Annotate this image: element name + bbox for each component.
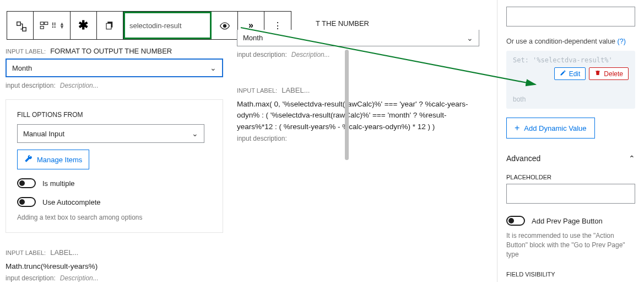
advanced-label: Advanced — [506, 154, 540, 163]
col2-label-fragment: T THE NUMBER — [316, 19, 369, 28]
plus-icon: + — [515, 123, 519, 133]
add-prev-page-label: Add Prev Page Button — [532, 217, 603, 225]
fill-options-value: Manual Input — [23, 130, 64, 138]
block2-input-label-value[interactable]: LABEL... — [50, 248, 78, 257]
condition-item: Set: '%selectdva-result%' Edit Delete bo… — [506, 51, 635, 109]
svg-rect-6 — [106, 23, 111, 29]
input-description-caption: input description: — [6, 82, 56, 89]
col2-mid-desc-caption: input description: — [237, 135, 287, 142]
format-select-value: Month — [12, 64, 32, 72]
condition-both-text: both — [513, 95, 629, 103]
col2-desc-placeholder[interactable]: Description... — [291, 51, 330, 58]
block2-desc-caption: input description: — [6, 274, 56, 282]
chevron-down-icon: ⌄ — [467, 34, 473, 42]
block2-desc-placeholder[interactable]: Description... — [60, 274, 99, 282]
add-dynamic-label: Add Dynamic Value — [524, 124, 586, 132]
settings-sidebar: Or use a condition-dependent value (?) S… — [497, 0, 644, 282]
eye-icon — [219, 20, 229, 30]
advanced-accordion[interactable]: Advanced ⌃ — [506, 154, 635, 163]
col2-format-select-value: Month — [243, 34, 263, 42]
svg-rect-0 — [17, 22, 20, 25]
placeholder-label: PLACEHOLDER — [506, 174, 635, 180]
chevron-down-icon: ⌄ — [210, 63, 217, 72]
chevron-down-icon: ⌄ — [192, 129, 198, 138]
field-visibility-label: FIELD VISIBILITY — [506, 271, 635, 278]
workflow-icon — [15, 20, 25, 30]
chevron-up-icon: ⌃ — [629, 154, 635, 163]
editor-scrollbar[interactable] — [345, 0, 349, 282]
trash-icon — [594, 70, 601, 78]
toolbar-required-button[interactable]: ✱ — [71, 12, 97, 39]
add-prev-page-help: It is recommended to use the "Action But… — [506, 231, 635, 259]
default-value-input[interactable] — [506, 7, 635, 26]
condition-edit-label: Edit — [569, 70, 581, 78]
svg-rect-1 — [22, 28, 25, 31]
condition-set-line: Set: '%selectdva-result%' — [513, 56, 629, 64]
condition-delete-button[interactable]: Delete — [589, 67, 629, 80]
copy-icon — [105, 20, 115, 30]
add-prev-page-toggle[interactable] — [506, 216, 525, 226]
manage-items-label: Manage Items — [37, 156, 82, 164]
chevron-updown-icon: ▲▼ — [59, 22, 64, 29]
asterisk-icon: ✱ — [78, 18, 88, 33]
block2-formula[interactable]: Math.trunc(%result-years%) — [6, 261, 223, 272]
col2-format-select[interactable]: Month ⌄ — [237, 30, 479, 46]
use-autocomplete-toggle[interactable] — [17, 197, 36, 207]
fill-options-select[interactable]: Manual Input ⌄ — [17, 124, 204, 143]
use-autocomplete-label: Use Autocomplete — [42, 198, 101, 206]
grid-icon — [39, 20, 49, 30]
toolbar-block-type-button[interactable] — [7, 12, 34, 39]
condition-edit-button[interactable]: Edit — [554, 67, 586, 80]
format-select[interactable]: Month ⌄ — [6, 58, 223, 77]
autocomplete-help: Adding a text box to search among option… — [17, 214, 212, 221]
toolbar-name-input[interactable] — [129, 22, 205, 30]
drag-icon: ⠿ — [51, 22, 57, 30]
svg-point-7 — [224, 25, 226, 28]
block2-input-label-caption: INPUT LABEL: — [6, 249, 46, 256]
toolbar-copy-button[interactable] — [97, 12, 123, 39]
svg-rect-2 — [40, 22, 44, 25]
is-multiple-label: Is multiple — [42, 179, 75, 188]
add-dynamic-value-button[interactable]: + Add Dynamic Value — [506, 118, 595, 139]
is-multiple-toggle[interactable] — [17, 178, 36, 188]
toolbar-name-input-wrap — [123, 12, 212, 39]
fill-options-heading: FILL OPTIONS FROM — [17, 111, 212, 119]
input-description-placeholder[interactable]: Description... — [60, 82, 99, 89]
condition-delete-label: Delete — [604, 70, 623, 78]
wrench-icon — [24, 155, 33, 164]
col2-mid-label[interactable]: LABEL... — [282, 86, 310, 94]
placeholder-input[interactable] — [506, 184, 635, 204]
svg-rect-4 — [45, 22, 48, 25]
scrollbar-thumb[interactable] — [345, 50, 349, 160]
condition-help-link[interactable]: (?) — [618, 38, 626, 45]
manage-items-button[interactable]: Manage Items — [17, 150, 89, 169]
condition-text: Or use a condition-dependent value — [506, 38, 615, 45]
fill-options-panel: FILL OPTIONS FROM Manual Input ⌄ Manage … — [6, 99, 223, 233]
input-label-value[interactable]: FORMAT TO OUTPUT THE NUMBER — [50, 47, 172, 55]
toolbar-preview-button[interactable] — [212, 12, 238, 39]
col2-mid-formula[interactable]: Math.max( 0, '%selectdva-result(rawCalc)… — [237, 99, 479, 132]
input-label-caption: INPUT LABEL: — [6, 48, 46, 55]
col2-desc-caption: input description: — [237, 51, 287, 58]
col2-mid-caption: INPUT LABEL: — [237, 87, 277, 94]
toolbar-layout-button[interactable]: ⠿ ▲▼ — [34, 12, 71, 39]
pencil-icon — [560, 70, 566, 78]
svg-rect-3 — [40, 26, 44, 29]
